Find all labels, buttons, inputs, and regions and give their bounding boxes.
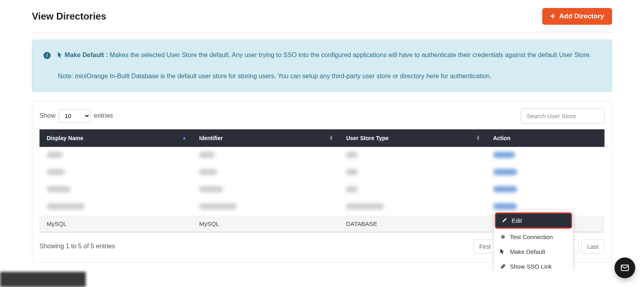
show-label-after: entries (94, 112, 113, 119)
cell-display-name: MySQL (40, 216, 192, 232)
sort-asc-icon: ▲ (182, 137, 186, 140)
table-showing-text: Showing 1 to 5 of 5 entries (40, 243, 115, 250)
col-action: Action (486, 129, 604, 147)
col-identifier[interactable]: Identifier ▲▼ (192, 129, 339, 147)
directories-card: Show 10 entries Display Name ▲ Identifie… (32, 101, 612, 263)
plus-icon: + (550, 12, 555, 21)
cursor-icon (500, 249, 506, 254)
col-user-store-type[interactable]: User Store Type ▲▼ (339, 129, 486, 147)
page-title: View Directories (32, 11, 106, 22)
show-label-before: Show (40, 112, 55, 119)
table-row (40, 164, 604, 181)
row-action-menu: Edit Test Connection Make Default Show S… (494, 211, 573, 271)
sort-icon: ▲▼ (476, 135, 480, 141)
link-icon (500, 263, 506, 269)
table-row (40, 147, 604, 164)
info-lead-text: Makes the selected User Store the defaul… (110, 51, 591, 58)
menu-edit[interactable]: Edit (496, 213, 571, 228)
menu-make-default[interactable]: Make Default (494, 244, 573, 259)
info-icon: i (43, 52, 51, 59)
search-input[interactable] (521, 108, 604, 124)
table-row (40, 181, 604, 198)
col-display-name[interactable]: Display Name ▲ (40, 129, 192, 147)
page-header: View Directories + Add Directory (32, 8, 612, 32)
cursor-icon (58, 52, 63, 58)
page-last[interactable]: Last (581, 239, 604, 253)
info-text: Make Default : Makes the selected User S… (58, 50, 591, 60)
info-note: Note: miniOrange In-Built Database is th… (43, 71, 601, 81)
info-lead-label: Make Default : (65, 51, 108, 58)
add-directory-label: Add Directory (559, 12, 604, 20)
mail-icon (620, 263, 630, 271)
sort-icon: ▲▼ (329, 135, 334, 141)
show-entries-select[interactable]: 10 (59, 109, 91, 123)
menu-test-connection[interactable]: Test Connection (494, 230, 573, 244)
info-banner: i Make Default : Makes the selected User… (32, 40, 612, 92)
edit-icon (501, 218, 508, 223)
cell-identifier: MySQL (192, 216, 339, 232)
add-directory-button[interactable]: + Add Directory (542, 8, 612, 25)
gears-icon (500, 234, 506, 240)
cell-user-store-type: DATABASE (339, 216, 486, 232)
menu-show-sso-link[interactable]: Show SSO Link (494, 259, 573, 271)
